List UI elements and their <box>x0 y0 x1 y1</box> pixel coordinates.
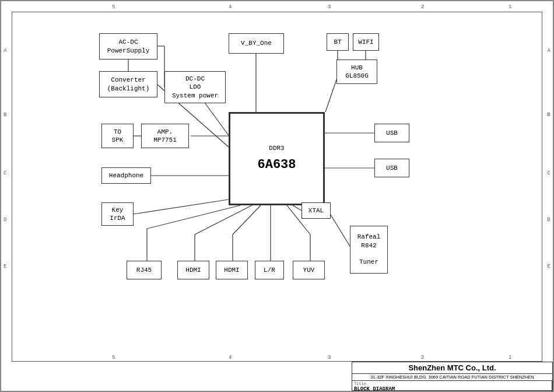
dc-dc-box: DC-DCLDOSystem power <box>164 71 226 103</box>
to-spk-box: TOSPK <box>101 124 134 148</box>
title-label-cell: Title BLOCK DIAGRAM <box>352 381 552 392</box>
schematic-page: 5 4 3 2 1 5 4 3 2 1 A B C D E A B C D E <box>0 0 554 392</box>
converter-box: Converter(Backlight) <box>99 71 157 97</box>
company-name: ShenZhen MTC Co., Ltd. <box>352 362 552 374</box>
rafeal-box: RafealR842Tuner <box>350 226 388 274</box>
usb2-box: USB <box>374 159 409 177</box>
hdmi1-box: HDMI <box>177 261 209 279</box>
wifi-box: WIFI <box>353 33 379 51</box>
rj45-box: RJ45 <box>127 261 162 279</box>
amp-box: AMP.MP7751 <box>141 124 189 148</box>
svg-line-19 <box>147 205 240 229</box>
key-irda-box: KeyIrDA <box>101 202 134 226</box>
headphone-box: Headphone <box>101 167 151 184</box>
v-by-one-box: V_BY_One <box>229 33 284 54</box>
hdmi2-box: HDMI <box>216 261 248 279</box>
ac-dc-box: AC-DCPowerSupply <box>99 33 157 60</box>
usb1-box: USB <box>374 124 409 142</box>
svg-line-23 <box>233 205 261 235</box>
hub-box: HUBGL850G <box>336 60 377 84</box>
xtal-box: XTAL <box>301 202 331 219</box>
yuv-box: YUV <box>293 261 325 279</box>
company-address: 31-32F XINGHESHUI BLDG. 3069 CAITIAN ROA… <box>352 374 552 381</box>
svg-line-16 <box>293 205 301 211</box>
bt-box: BT <box>327 33 349 51</box>
lr-box: L/R <box>255 261 284 279</box>
main-ic-box: DDR3 6A638 <box>229 112 325 205</box>
title-block: ShenZhen MTC Co., Ltd. 31-32F XINGHESHUI… <box>352 362 553 391</box>
